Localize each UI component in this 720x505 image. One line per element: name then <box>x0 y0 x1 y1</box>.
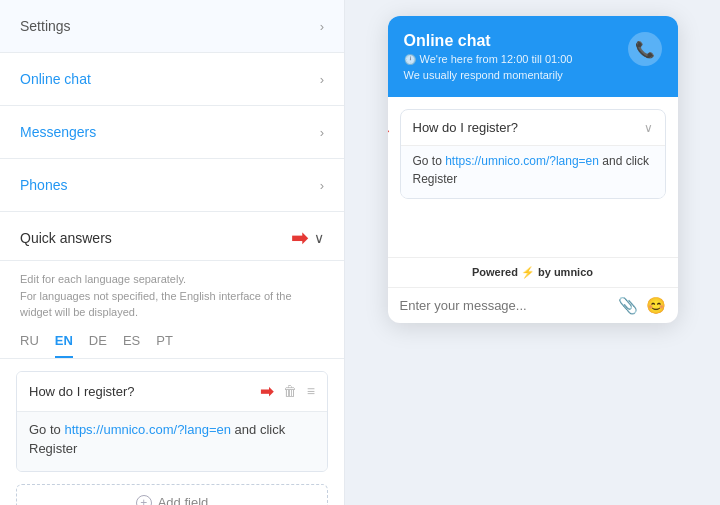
nav-item-online-chat[interactable]: Online chat › <box>0 53 344 106</box>
chat-faq-question: How do I register? <box>413 120 519 135</box>
powered-text: Powered <box>472 266 521 278</box>
right-panel: Online chat 🕛 We're here from 12:00 till… <box>345 0 720 505</box>
quick-answers-chevron-icon: ∨ <box>314 230 324 246</box>
chat-faq-header[interactable]: How do I register? ∨ <box>401 110 665 145</box>
emoji-icon[interactable]: 😊 <box>646 296 666 315</box>
settings-chevron-icon: › <box>320 19 324 34</box>
left-panel: Settings › Online chat › Messengers › Ph… <box>0 0 345 505</box>
chat-faq-chevron-icon: ∨ <box>644 121 653 135</box>
red-arrow-to-faq-icon: ➡ <box>388 119 389 143</box>
quick-answers-section: Quick answers ➡ ∨ <box>0 212 344 261</box>
brand-name: umnico <box>554 266 593 278</box>
nav-phones-label: Phones <box>20 177 67 193</box>
qa-item: How do I register? ➡ 🗑 ≡ Go to https://u… <box>16 371 328 472</box>
chat-title: Online chat <box>404 32 573 50</box>
tab-en[interactable]: EN <box>55 333 73 358</box>
drag-handle-icon[interactable]: ≡ <box>307 383 315 399</box>
nav-messengers-label: Messengers <box>20 124 96 140</box>
chat-input-area: 📎 😊 <box>388 287 678 323</box>
add-field-button[interactable]: + Add field <box>16 484 328 506</box>
chat-faq-container: ➡ How do I register? ∨ Go to https://umn… <box>400 109 666 199</box>
chat-subtitle: 🕛 We're here from 12:00 till 01:00 <box>404 53 573 65</box>
qa-item-header: How do I register? ➡ 🗑 ≡ <box>17 372 327 411</box>
qa-answer-text: Go to https://umnico.com/?lang=en and cl… <box>17 411 327 471</box>
chat-powered-by: Powered ⚡ by umnico <box>388 257 678 287</box>
chat-faq-item[interactable]: How do I register? ∨ Go to https://umnic… <box>400 109 666 199</box>
chat-body: ➡ How do I register? ∨ Go to https://umn… <box>388 97 678 257</box>
chat-header-left: Online chat 🕛 We're here from 12:00 till… <box>404 32 573 81</box>
nav-online-chat-label: Online chat <box>20 71 91 87</box>
tab-ru[interactable]: RU <box>20 333 39 358</box>
phone-icon: 📞 <box>635 40 655 59</box>
lightning-icon: ⚡ <box>521 266 535 278</box>
chat-note: We usually respond momentarily <box>404 69 573 81</box>
phone-button[interactable]: 📞 <box>628 32 662 66</box>
chat-message-input[interactable] <box>400 298 610 313</box>
add-circle-icon: + <box>136 495 152 506</box>
qa-subtitle: Edit for each language separately. For l… <box>0 261 344 327</box>
tab-pt[interactable]: PT <box>156 333 173 358</box>
quick-answers-collapse[interactable]: ➡ ∨ <box>291 226 324 250</box>
qa-question-text: How do I register? <box>29 384 260 399</box>
chat-widget-preview: Online chat 🕛 We're here from 12:00 till… <box>388 16 678 323</box>
tab-es[interactable]: ES <box>123 333 140 358</box>
nav-item-messengers[interactable]: Messengers › <box>0 106 344 159</box>
language-tabs: RU EN DE ES PT <box>0 327 344 359</box>
nav-settings-label: Settings <box>20 18 71 34</box>
red-arrow-right-icon: ➡ <box>291 226 308 250</box>
messengers-chevron-icon: › <box>320 125 324 140</box>
tab-de[interactable]: DE <box>89 333 107 358</box>
online-chat-chevron-icon: › <box>320 72 324 87</box>
qa-subtitle-line1: Edit for each language separately. <box>20 271 324 288</box>
attachment-icon[interactable]: 📎 <box>618 296 638 315</box>
quick-answers-title: Quick answers <box>20 230 112 246</box>
chat-subtitle-text: We're here from 12:00 till 01:00 <box>420 53 573 65</box>
by-text: by <box>538 266 554 278</box>
red-arrow-down-icon: ➡ <box>260 382 273 401</box>
chat-faq-answer: Go to https://umnico.com/?lang=en and cl… <box>401 145 665 198</box>
add-field-label: Add field <box>158 495 209 505</box>
chat-header-top: Online chat 🕛 We're here from 12:00 till… <box>404 32 662 81</box>
clock-icon: 🕛 <box>404 54 416 65</box>
nav-item-phones[interactable]: Phones › <box>0 159 344 212</box>
nav-item-settings[interactable]: Settings › <box>0 0 344 53</box>
qa-item-actions: ➡ 🗑 ≡ <box>260 382 315 401</box>
phones-chevron-icon: › <box>320 178 324 193</box>
delete-icon[interactable]: 🗑 <box>283 383 297 399</box>
qa-subtitle-line2: For languages not specified, the English… <box>20 288 324 321</box>
chat-header: Online chat 🕛 We're here from 12:00 till… <box>388 16 678 97</box>
qa-answer-link[interactable]: https://umnico.com/?lang=en <box>64 422 231 437</box>
chat-faq-link[interactable]: https://umnico.com/?lang=en <box>445 154 599 168</box>
